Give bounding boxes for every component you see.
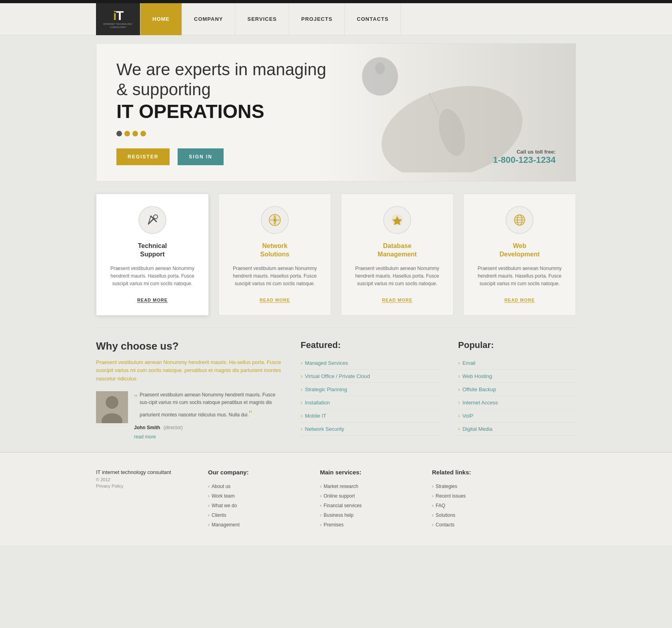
- footer-brand: IT internet technology consultant © 2012…: [96, 469, 192, 530]
- featured-link-managed[interactable]: Managed Services: [305, 360, 348, 366]
- hero-dot-2[interactable]: [124, 131, 130, 136]
- featured-link-mobile[interactable]: Mobile IT: [305, 413, 326, 419]
- hero-actions: REGISTER SIGN IN: [116, 148, 326, 165]
- featured-section: Featured: Managed Services Virtual Offic…: [301, 340, 442, 440]
- footer-content: IT internet technology consultant © 2012…: [96, 469, 576, 530]
- svg-point-20: [106, 396, 118, 409]
- footer-contacts[interactable]: Contacts: [432, 520, 528, 530]
- list-item: Installation: [301, 396, 442, 409]
- author-role: (director): [164, 425, 183, 430]
- hero-dot-3[interactable]: [132, 131, 138, 136]
- footer-related-list: Strategies Recent issues FAQ Solutions C…: [432, 482, 528, 530]
- author-name: John Smith: [134, 425, 160, 430]
- signin-button[interactable]: SIGN IN: [178, 148, 224, 165]
- list-item: Virtual Office / Private Cloud: [301, 370, 442, 383]
- nav-item-home[interactable]: HOME: [140, 3, 182, 35]
- register-button[interactable]: REGISTER: [116, 148, 170, 165]
- popular-link-offsite[interactable]: Offsite Backup: [462, 386, 496, 392]
- hero-line2: & supporting: [116, 80, 211, 99]
- service-card-web: Web Development Praesent vestibulum aene…: [463, 194, 576, 315]
- network-solutions-icon: [261, 206, 289, 234]
- database-management-readmore[interactable]: READ MORE: [382, 298, 412, 303]
- popular-link-internet[interactable]: Internet Access: [462, 400, 498, 406]
- footer-management[interactable]: Management: [208, 520, 304, 530]
- list-item: Network Security: [301, 422, 442, 436]
- popular-heading: Popular:: [458, 340, 576, 350]
- hero-title: We are experts in managing & supporting …: [116, 60, 326, 123]
- web-development-desc: Praesent vestibulum aenean Nonummy hendr…: [472, 265, 568, 288]
- phone-number: 1-800-123-1234: [493, 155, 556, 165]
- popular-link-webhosting[interactable]: Web Hosting: [462, 373, 492, 379]
- footer-business-help[interactable]: Business help: [320, 510, 416, 520]
- featured-list: Managed Services Virtual Office / Privat…: [301, 356, 442, 436]
- popular-link-email[interactable]: Email: [462, 360, 476, 366]
- featured-link-virtual[interactable]: Virtual Office / Private Cloud: [305, 373, 370, 379]
- list-item: Managed Services: [301, 356, 442, 370]
- list-item: Offsite Backup: [458, 383, 576, 396]
- footer-what-we-do[interactable]: What we do: [208, 501, 304, 510]
- nav-item-services[interactable]: SERVICES: [235, 3, 289, 35]
- featured-link-installation[interactable]: Installation: [305, 400, 330, 406]
- testimonial-readmore[interactable]: read more: [134, 434, 156, 440]
- hero-dots: [116, 131, 326, 136]
- nav-item-contacts[interactable]: CONTACTS: [345, 3, 401, 35]
- service-card-network: Network Solutions Praesent vestibulum ae…: [218, 194, 331, 315]
- database-management-desc: Praesent vestibulum aenean Nonummy hendr…: [349, 265, 445, 288]
- technical-support-desc: Praesent vestibulum aenean Nonummy hendr…: [104, 265, 200, 288]
- testimonial-body: Praesent vestibulum aenean Nonummy hendr…: [134, 391, 285, 440]
- footer-financial[interactable]: Financial services: [320, 501, 416, 510]
- logo-subtitle: INTERNET TECHNOLOGY CONSULTANT: [96, 23, 140, 29]
- hero-dot-4[interactable]: [140, 131, 146, 136]
- technical-support-readmore[interactable]: READ MORE: [137, 298, 168, 303]
- footer-online-support[interactable]: Online support: [320, 491, 416, 501]
- featured-link-network[interactable]: Network Security: [305, 426, 344, 432]
- footer-premises[interactable]: Premises: [320, 520, 416, 530]
- hero-line1: We are experts in managing: [116, 60, 326, 79]
- footer-work-team[interactable]: Work team: [208, 491, 304, 501]
- network-solutions-desc: Praesent vestibulum aenean Nonummy hendr…: [227, 265, 323, 288]
- footer-brand-name: IT internet technology consultant: [96, 469, 192, 476]
- footer-clients[interactable]: Clients: [208, 510, 304, 520]
- footer-privacy-link[interactable]: Privacy Policy: [96, 484, 192, 488]
- database-management-title: Database Management: [349, 242, 445, 259]
- network-solutions-readmore[interactable]: READ MORE: [260, 298, 290, 303]
- footer-related-col: Related links: Strategies Recent issues …: [432, 469, 528, 530]
- testimonial-avatar: [96, 391, 128, 423]
- footer-about[interactable]: About us: [208, 482, 304, 491]
- svg-point-4: [375, 62, 385, 74]
- hero-section: We are experts in managing & supporting …: [96, 43, 576, 182]
- technical-support-icon: [138, 206, 166, 234]
- web-development-readmore[interactable]: READ MORE: [504, 298, 535, 303]
- footer-strategies[interactable]: Strategies: [432, 482, 528, 491]
- hero-content: We are experts in managing & supporting …: [116, 60, 326, 165]
- middle-section: Why choose us? Praesent vestibulum aenea…: [96, 340, 576, 440]
- site-header: iT INTERNET TECHNOLOGY CONSULTANT HOME C…: [0, 3, 672, 35]
- footer-solutions[interactable]: Solutions: [432, 510, 528, 520]
- web-development-title: Web Development: [472, 242, 568, 259]
- service-card-technical: Technical Support Praesent vestibulum ae…: [96, 194, 209, 315]
- featured-link-strategic[interactable]: Strategic Planning: [305, 386, 347, 392]
- nav-item-company[interactable]: COMPANY: [182, 3, 235, 35]
- featured-heading: Featured:: [301, 340, 442, 350]
- logo[interactable]: iT INTERNET TECHNOLOGY CONSULTANT: [96, 3, 140, 35]
- popular-link-voip[interactable]: VoIP: [462, 413, 473, 419]
- popular-link-digital[interactable]: Digital Media: [462, 426, 492, 432]
- list-item: Digital Media: [458, 422, 576, 436]
- logo-it-text: iT: [96, 9, 140, 22]
- footer-services-list: Market research Online support Financial…: [320, 482, 416, 530]
- footer-market-research[interactable]: Market research: [320, 482, 416, 491]
- footer-faq[interactable]: FAQ: [432, 501, 528, 510]
- footer-recent-issues[interactable]: Recent issues: [432, 491, 528, 501]
- list-item: Web Hosting: [458, 370, 576, 383]
- hero-dot-1[interactable]: [116, 131, 122, 136]
- list-item: Strategic Planning: [301, 383, 442, 396]
- list-item: Internet Access: [458, 396, 576, 409]
- technical-support-title: Technical Support: [104, 242, 200, 259]
- network-solutions-title: Network Solutions: [227, 242, 323, 259]
- list-item: Email: [458, 356, 576, 370]
- nav-item-projects[interactable]: PROJECTS: [289, 3, 345, 35]
- footer-company-col: Our company: About us Work team What we …: [208, 469, 304, 530]
- why-choose-heading: Why choose us?: [96, 340, 285, 352]
- database-management-icon: [383, 206, 411, 234]
- testimonial: Praesent vestibulum aenean Nonummy hendr…: [96, 391, 285, 440]
